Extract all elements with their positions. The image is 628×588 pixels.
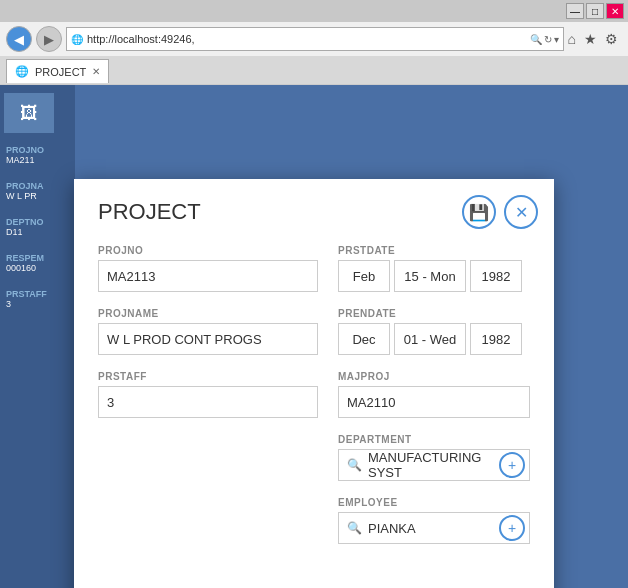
employee-col: EMPLOYEE 🔍 PIANKA + — [338, 497, 530, 544]
tab-close-btn[interactable]: ✕ — [92, 66, 100, 77]
project-tab[interactable]: 🌐 PROJECT ✕ — [6, 59, 109, 83]
department-value: MANUFACTURING SYST — [368, 450, 499, 480]
minimize-btn[interactable]: — — [566, 3, 584, 19]
prstdate-year[interactable] — [470, 260, 522, 292]
forward-button[interactable]: ▶ — [36, 26, 62, 52]
prstdate-month[interactable] — [338, 260, 390, 292]
department-label: DEPARTMENT — [338, 434, 530, 445]
home-icon[interactable]: ⌂ — [568, 31, 576, 47]
row-projname-prendate: PROJNAME PRENDATE — [98, 308, 530, 355]
search-addr-btn[interactable]: 🔍 — [530, 34, 542, 45]
majproj-input[interactable] — [338, 386, 530, 418]
department-search-icon: 🔍 — [347, 458, 362, 472]
prstaff-label: PRSTAFF — [98, 371, 318, 382]
majproj-col: MAJPROJ — [338, 371, 530, 418]
prendate-month[interactable] — [338, 323, 390, 355]
back-button[interactable]: ◀ — [6, 26, 32, 52]
projno-col: PROJNO — [98, 245, 318, 292]
majproj-label: MAJPROJ — [338, 371, 530, 382]
sidebar-projno: PROJNO MA211 — [4, 141, 71, 169]
prstaff-input[interactable] — [98, 386, 318, 418]
address-text: http://localhost:49246, — [87, 33, 526, 45]
dialog-actions: 💾 ✕ — [462, 195, 538, 229]
dropdown-btn[interactable]: ▾ — [554, 34, 559, 45]
title-bar: — □ ✕ — [0, 0, 628, 22]
projname-label: PROJNAME — [98, 308, 318, 319]
prstdate-group — [338, 260, 530, 292]
department-field: 🔍 MANUFACTURING SYST + — [338, 449, 530, 481]
project-dialog: PROJECT 💾 ✕ PROJNO PRSTDATE — [74, 179, 554, 588]
projname-input[interactable] — [98, 323, 318, 355]
tab-label: PROJECT — [35, 66, 86, 78]
settings-icon[interactable]: ⚙ — [605, 31, 618, 47]
prendate-day[interactable] — [394, 323, 466, 355]
sidebar-icon: 🖼 — [4, 93, 54, 133]
tab-icon: 🌐 — [15, 65, 29, 78]
projno-input[interactable] — [98, 260, 318, 292]
row-prstaff-majproj: PRSTAFF MAJPROJ — [98, 371, 530, 418]
tab-bar: 🌐 PROJECT ✕ — [0, 56, 628, 84]
department-add-button[interactable]: + — [499, 452, 525, 478]
save-button[interactable]: 💾 — [462, 195, 496, 229]
projno-label: PROJNO — [98, 245, 318, 256]
modal-overlay: PROJECT 💾 ✕ PROJNO PRSTDATE — [0, 169, 628, 588]
nav-bar: ◀ ▶ 🌐 http://localhost:49246, 🔍 ↻ ▾ ⌂ ★ … — [0, 22, 628, 56]
employee-value: PIANKA — [368, 521, 499, 536]
browser-chrome: — □ ✕ ◀ ▶ 🌐 http://localhost:49246, 🔍 ↻ … — [0, 0, 628, 85]
employee-search-icon: 🔍 — [347, 521, 362, 535]
close-btn[interactable]: ✕ — [606, 3, 624, 19]
prstdate-label: PRSTDATE — [338, 245, 530, 256]
row-employee: EMPLOYEE 🔍 PIANKA + — [98, 497, 530, 544]
prendate-col: PRENDATE — [338, 308, 530, 355]
prstdate-col: PRSTDATE — [338, 245, 530, 292]
department-col: DEPARTMENT 🔍 MANUFACTURING SYST + — [338, 434, 530, 481]
employee-label: EMPLOYEE — [338, 497, 530, 508]
refresh-btn[interactable]: ↻ — [544, 34, 552, 45]
row-projno-prstdate: PROJNO PRSTDATE — [98, 245, 530, 292]
dialog-close-button[interactable]: ✕ — [504, 195, 538, 229]
star-icon[interactable]: ★ — [584, 31, 597, 47]
prendate-label: PRENDATE — [338, 308, 530, 319]
address-bar[interactable]: 🌐 http://localhost:49246, 🔍 ↻ ▾ — [66, 27, 564, 51]
maximize-btn[interactable]: □ — [586, 3, 604, 19]
address-icon: 🌐 — [71, 34, 83, 45]
prstdate-day[interactable] — [394, 260, 466, 292]
main-area: 🖼 PROJNO MA211 PROJNA W L PR DEPTNO D11 … — [0, 85, 628, 588]
employee-add-button[interactable]: + — [499, 515, 525, 541]
projname-col: PROJNAME — [98, 308, 318, 355]
employee-field: 🔍 PIANKA + — [338, 512, 530, 544]
prstaff-col: PRSTAFF — [98, 371, 318, 418]
row-department: DEPARTMENT 🔍 MANUFACTURING SYST + — [98, 434, 530, 481]
prendate-group — [338, 323, 530, 355]
prendate-year[interactable] — [470, 323, 522, 355]
